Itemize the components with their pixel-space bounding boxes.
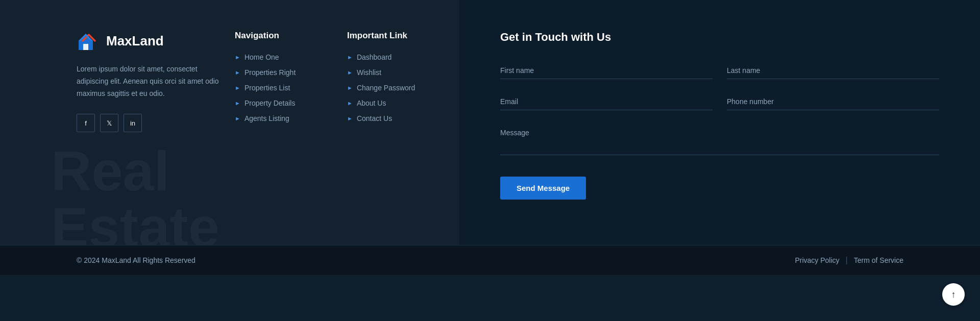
phone-field: [727, 93, 939, 110]
list-item: ► Contact Us: [347, 114, 459, 122]
change-password-link[interactable]: ► Change Password: [347, 84, 459, 92]
important-link-title: Important Link: [347, 31, 459, 41]
twitter-button[interactable]: 𝕏: [100, 114, 118, 132]
message-field: [500, 125, 939, 157]
footer-description: Lorem ipsum dolor sit amet, consectet ad…: [77, 63, 219, 100]
arrow-icon: ►: [347, 85, 353, 91]
arrow-icon: ►: [235, 115, 240, 121]
list-item: ► Change Password: [347, 84, 459, 92]
facebook-button[interactable]: f: [77, 114, 95, 132]
name-row: [500, 62, 939, 79]
watermark: Real Estate: [51, 143, 219, 245]
list-item: ► About Us: [347, 99, 459, 107]
email-phone-row: [500, 93, 939, 110]
footer-bottom-links: Privacy Policy | Term of Service: [795, 256, 903, 265]
privacy-policy-link[interactable]: Privacy Policy: [795, 256, 839, 264]
arrow-icon: ►: [347, 100, 353, 106]
message-row: [500, 125, 939, 157]
list-item: ► Wishlist: [347, 68, 459, 77]
first-name-field: [500, 62, 713, 79]
link-divider: |: [846, 256, 848, 265]
arrow-icon: ►: [347, 54, 353, 60]
list-item: ► Dashboard: [347, 53, 459, 61]
agents-listing-link[interactable]: ► Agents Listing: [235, 114, 347, 122]
list-item: ► Agents Listing: [235, 114, 347, 122]
nav-columns: Navigation ► Home One ► Properties Right: [235, 31, 459, 130]
navigation-links: ► Home One ► Properties Right ► Pr: [235, 53, 347, 122]
svg-rect-0: [83, 44, 88, 50]
contact-us-link[interactable]: ► Contact Us: [347, 114, 459, 122]
last-name-input[interactable]: [727, 62, 939, 79]
linkedin-button[interactable]: in: [124, 114, 142, 132]
list-item: ► Home One: [235, 53, 347, 61]
properties-right-link[interactable]: ► Properties Right: [235, 68, 347, 77]
arrow-icon: ►: [235, 85, 240, 91]
property-details-link[interactable]: ► Property Details: [235, 99, 347, 107]
important-link-column: Important Link ► Dashboard ► Wishlist: [347, 31, 459, 130]
email-field: [500, 93, 713, 110]
footer-right-section: Get in Touch with Us Send Message: [459, 0, 980, 245]
first-name-input[interactable]: [500, 62, 713, 79]
important-links: ► Dashboard ► Wishlist ► Change Pa: [347, 53, 459, 122]
arrow-icon: ►: [347, 69, 353, 76]
logo-icon: [77, 31, 101, 51]
list-item: ► Properties Right: [235, 68, 347, 77]
send-message-button[interactable]: Send Message: [500, 177, 586, 200]
footer-main: MaxLand Lorem ipsum dolor sit amet, cons…: [0, 0, 980, 245]
dashboard-link[interactable]: ► Dashboard: [347, 53, 459, 61]
wishlist-link[interactable]: ► Wishlist: [347, 68, 459, 77]
term-of-service-link[interactable]: Term of Service: [854, 256, 903, 264]
phone-input[interactable]: [727, 93, 939, 110]
list-item: ► Properties List: [235, 84, 347, 92]
arrow-icon: ►: [235, 54, 240, 60]
last-name-field: [727, 62, 939, 79]
navigation-title: Navigation: [235, 31, 347, 41]
arrow-icon: ►: [347, 115, 353, 121]
message-textarea[interactable]: [500, 125, 939, 155]
navigation-column: Navigation ► Home One ► Properties Right: [235, 31, 347, 130]
copyright-text: © 2024 MaxLand All Rights Reserved: [77, 256, 195, 264]
email-input[interactable]: [500, 93, 713, 110]
arrow-icon: ►: [235, 69, 240, 76]
footer-left-section: MaxLand Lorem ipsum dolor sit amet, cons…: [0, 0, 459, 245]
footer-bottom: © 2024 MaxLand All Rights Reserved Priva…: [0, 245, 980, 275]
contact-title: Get in Touch with Us: [500, 31, 939, 44]
about-us-link[interactable]: ► About Us: [347, 99, 459, 107]
list-item: ► Property Details: [235, 99, 347, 107]
properties-list-link[interactable]: ► Properties List: [235, 84, 347, 92]
arrow-icon: ►: [235, 100, 240, 106]
home-one-link[interactable]: ► Home One: [235, 53, 347, 61]
logo-text: MaxLand: [106, 33, 164, 49]
